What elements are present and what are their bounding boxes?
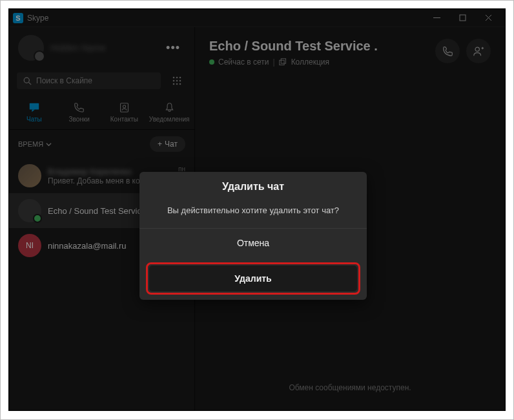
delete-chat-dialog: Удалить чат Вы действительно хотите удал… [139,172,367,300]
dialog-message: Вы действительно хотите удалить этот чат… [139,199,367,228]
delete-button[interactable]: Удалить [149,266,357,291]
dialog-title: Удалить чат [139,172,367,199]
modal-overlay[interactable]: Удалить чат Вы действительно хотите удал… [9,9,505,410]
delete-button-highlight: Удалить [146,262,360,295]
cancel-button[interactable]: Отмена [139,228,367,257]
app-window: S Skype Hidden Name ••• [8,8,506,411]
